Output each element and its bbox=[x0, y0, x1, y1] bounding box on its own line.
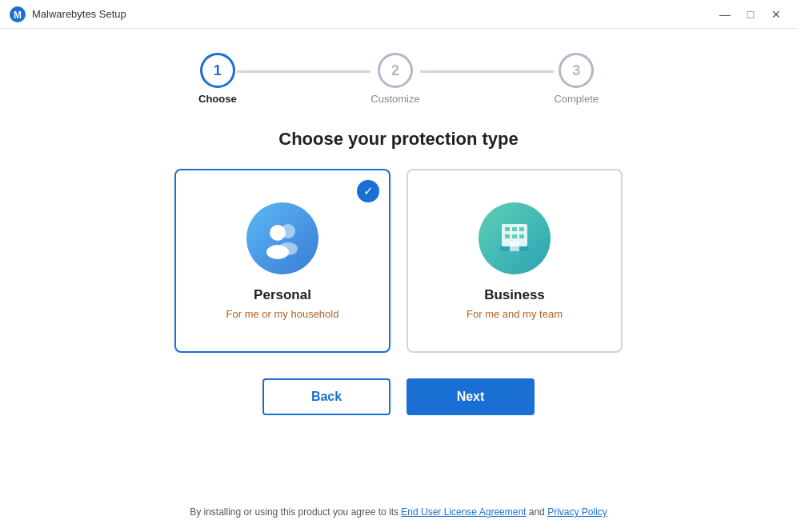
footer-prefix: By installing or using this product you … bbox=[190, 506, 401, 518]
app-title: Malwarebytes Setup bbox=[32, 8, 126, 20]
personal-card[interactable]: ✓ Personal For me or my household bbox=[174, 169, 390, 353]
step-2-label: Customize bbox=[370, 93, 419, 105]
people-icon bbox=[261, 217, 304, 260]
step-line-2 bbox=[420, 70, 555, 73]
privacy-link[interactable]: Privacy Policy bbox=[547, 506, 607, 518]
step-line-1 bbox=[237, 70, 371, 73]
footer-and: and bbox=[526, 506, 547, 518]
step-2-customize: 2 Customize bbox=[370, 53, 419, 105]
business-card[interactable]: Business For me and my team bbox=[407, 169, 623, 353]
business-icon-circle bbox=[479, 202, 551, 274]
svg-rect-14 bbox=[510, 242, 519, 251]
main-content: 1 Choose 2 Customize 3 Complete Choose y… bbox=[0, 29, 797, 532]
app-logo-icon: M bbox=[10, 6, 26, 22]
personal-card-desc: For me or my household bbox=[226, 308, 339, 320]
back-button[interactable]: Back bbox=[262, 378, 390, 415]
svg-text:M: M bbox=[14, 10, 22, 21]
protection-type-cards: ✓ Personal For me or my household bbox=[174, 169, 623, 353]
business-card-desc: For me and my team bbox=[467, 308, 563, 320]
svg-rect-7 bbox=[505, 227, 510, 231]
svg-rect-10 bbox=[505, 234, 510, 238]
action-buttons: Back Next bbox=[262, 378, 535, 415]
footer: By installing or using this product you … bbox=[0, 506, 797, 518]
svg-rect-11 bbox=[512, 234, 517, 238]
step-1-circle: 1 bbox=[200, 53, 235, 88]
step-3-circle: 3 bbox=[559, 53, 594, 88]
building-icon bbox=[494, 218, 535, 259]
close-button[interactable]: ✕ bbox=[765, 6, 787, 23]
window-controls: — □ ✕ bbox=[714, 6, 787, 23]
step-1-choose: 1 Choose bbox=[198, 53, 237, 105]
next-button[interactable]: Next bbox=[407, 378, 535, 415]
stepper: 1 Choose 2 Customize 3 Complete bbox=[198, 53, 599, 105]
eula-link[interactable]: End User License Agreement bbox=[401, 506, 526, 518]
business-card-name: Business bbox=[484, 287, 545, 303]
svg-rect-9 bbox=[519, 227, 524, 231]
section-title: Choose your protection type bbox=[278, 129, 518, 150]
personal-card-name: Personal bbox=[254, 287, 311, 303]
step-3-label: Complete bbox=[554, 93, 599, 105]
step-2-circle: 2 bbox=[378, 53, 413, 88]
minimize-button[interactable]: — bbox=[714, 6, 736, 23]
svg-rect-8 bbox=[512, 227, 517, 231]
step-3-complete: 3 Complete bbox=[554, 53, 599, 105]
svg-point-4 bbox=[270, 225, 286, 241]
maximize-button[interactable]: □ bbox=[739, 6, 762, 23]
svg-point-5 bbox=[266, 245, 289, 259]
svg-rect-12 bbox=[519, 234, 524, 238]
selected-checkmark-icon: ✓ bbox=[357, 180, 379, 202]
personal-icon-circle bbox=[246, 202, 318, 274]
title-bar-left: M Malwarebytes Setup bbox=[10, 6, 126, 22]
step-1-label: Choose bbox=[198, 93, 237, 105]
title-bar: M Malwarebytes Setup — □ ✕ bbox=[0, 0, 797, 29]
